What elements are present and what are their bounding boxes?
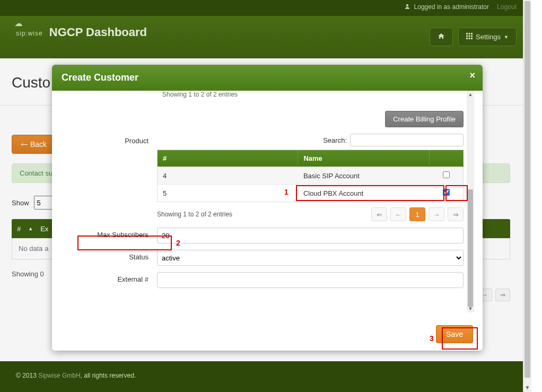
pager: ⇐ ← 1 → ⇒ — [371, 207, 464, 221]
search-input[interactable] — [350, 134, 464, 146]
viewport-scroll-down-icon[interactable]: ▼ — [523, 384, 531, 392]
viewport-scroll-thumb[interactable] — [524, 1, 530, 378]
pager-next[interactable]: → — [429, 207, 444, 221]
pager-prev[interactable]: ← — [390, 207, 406, 221]
scroll-thumb[interactable] — [468, 189, 473, 307]
product-name: Cloud PBX Account — [298, 185, 430, 202]
status-label: Status — [66, 250, 157, 261]
external-input[interactable] — [157, 272, 464, 288]
scroll-down-icon[interactable]: ▼ — [467, 305, 474, 312]
scroll-up-icon[interactable]: ▲ — [467, 91, 474, 98]
create-customer-modal: Create Customer × ▲ ▼ Showing 1 to 2 of … — [52, 65, 483, 351]
modal-title: Create Customer — [62, 72, 138, 83]
product-label: Product — [66, 134, 157, 145]
table-row[interactable]: 5 Cloud PBX Account — [158, 185, 464, 202]
modal-footer: Save — [52, 318, 483, 351]
create-billing-profile-button[interactable]: Create Billing Profile — [385, 111, 464, 127]
entries-info: Showing 1 to 2 of 2 entries — [157, 211, 232, 218]
save-button[interactable]: Save — [436, 325, 473, 343]
close-icon[interactable]: × — [469, 70, 475, 81]
external-label: External # — [66, 272, 157, 283]
product-id: 4 — [158, 167, 298, 185]
product-checkbox[interactable] — [443, 189, 450, 196]
col-name[interactable]: Name — [298, 150, 430, 167]
pager-last[interactable]: ⇒ — [448, 207, 464, 221]
pager-first[interactable]: ⇐ — [371, 207, 387, 221]
col-select — [430, 150, 464, 167]
product-table: # Name 4 Basic SIP Account — [157, 150, 464, 202]
product-checkbox[interactable] — [443, 171, 450, 178]
table-row[interactable]: 4 Basic SIP Account — [158, 167, 464, 185]
max-subscribers-label: Max Subscribers — [66, 228, 157, 239]
status-select[interactable]: active — [157, 250, 464, 266]
col-hash[interactable]: # — [158, 150, 298, 167]
max-subscribers-input[interactable] — [157, 228, 464, 243]
search-label: Search: — [323, 136, 347, 144]
modal-scrollbar[interactable]: ▲ ▼ — [467, 91, 474, 312]
pager-page-1[interactable]: 1 — [409, 207, 425, 221]
product-name: Basic SIP Account — [298, 167, 430, 185]
prev-entries-info: Showing 1 to 2 of 2 entries — [162, 91, 464, 98]
modal-header: Create Customer × — [52, 65, 483, 91]
viewport-scrollbar[interactable]: ▼ — [523, 0, 531, 392]
product-id: 5 — [158, 185, 298, 202]
